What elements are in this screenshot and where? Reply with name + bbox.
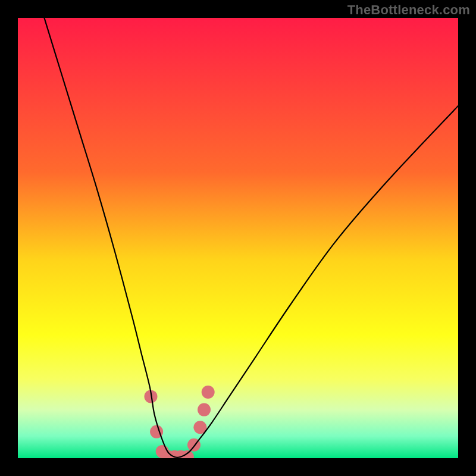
bottleneck-chart bbox=[0, 0, 476, 476]
watermark-label: TheBottleneck.com bbox=[347, 2, 470, 18]
svg-point-10 bbox=[198, 403, 211, 416]
chart-frame: TheBottleneck.com bbox=[0, 0, 476, 476]
plot-background bbox=[18, 18, 458, 458]
svg-point-11 bbox=[202, 386, 215, 399]
svg-point-7 bbox=[181, 450, 194, 464]
